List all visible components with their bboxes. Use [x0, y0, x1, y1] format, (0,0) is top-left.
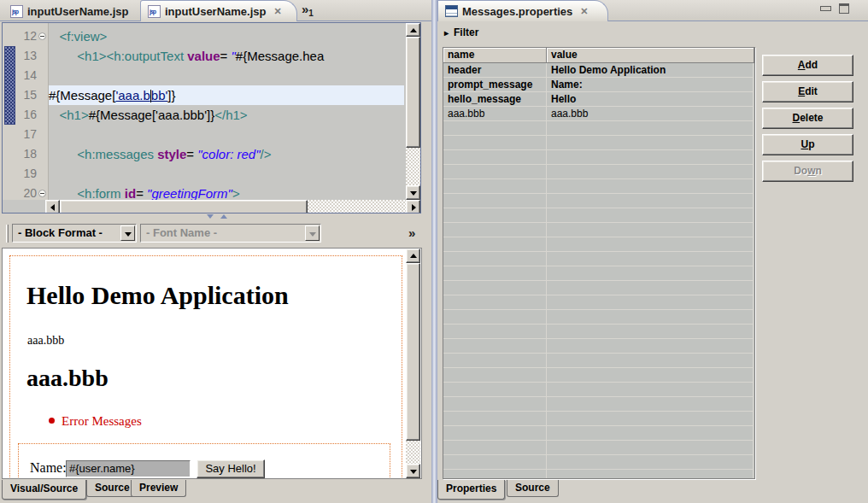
- source-line[interactable]: 18 <h:messages style= "color: red"/>: [3, 144, 404, 164]
- cell-name[interactable]: aaa.bbb: [443, 107, 547, 121]
- panel-splitter[interactable]: [431, 0, 437, 503]
- table-empty-row[interactable]: [443, 354, 754, 368]
- cell-value[interactable]: [547, 354, 754, 368]
- scrollbar-thumb[interactable]: [60, 200, 308, 213]
- editor-splitter[interactable]: [2, 213, 422, 220]
- cell-value[interactable]: [547, 223, 754, 237]
- table-empty-row[interactable]: [443, 165, 754, 179]
- properties-tab[interactable]: Messages.properties ✕: [437, 0, 608, 21]
- table-empty-row[interactable]: [443, 441, 754, 455]
- preview-title[interactable]: Hello Demo Application: [26, 281, 289, 310]
- tab-preview[interactable]: Preview: [131, 480, 186, 497]
- source-line[interactable]: 17: [3, 125, 404, 144]
- table-empty-row[interactable]: [443, 412, 754, 426]
- cell-name[interactable]: [443, 179, 547, 194]
- cell-name[interactable]: [443, 441, 547, 455]
- say-hello-button[interactable]: Say Hello!: [196, 459, 265, 478]
- cell-name[interactable]: [443, 252, 547, 266]
- table-empty-row[interactable]: [443, 325, 754, 339]
- editor-tab-active[interactable]: inputUserName.jsp ✕: [140, 0, 297, 21]
- cell-value[interactable]: [547, 266, 754, 281]
- cell-name[interactable]: [443, 310, 547, 325]
- filter-section[interactable]: ▸Filter: [444, 26, 478, 38]
- tab-props-source[interactable]: Source: [507, 480, 559, 497]
- fold-collapse-icon[interactable]: [38, 190, 46, 197]
- scroll-right-icon[interactable]: [406, 200, 420, 213]
- cell-value[interactable]: [547, 281, 754, 295]
- preview-vertical-scrollbar[interactable]: [406, 249, 420, 478]
- cell-name[interactable]: [443, 368, 547, 383]
- properties-table[interactable]: name value headerHello Demo Applicationp…: [443, 47, 755, 479]
- cell-value[interactable]: [547, 397, 754, 412]
- cell-value[interactable]: [547, 455, 754, 470]
- cell-name[interactable]: [443, 412, 547, 426]
- source-line[interactable]: 20 <h:form id= "greetingForm">: [3, 184, 404, 200]
- cell-name[interactable]: [443, 426, 547, 441]
- scrollbar-thumb[interactable]: [406, 37, 420, 148]
- block-format-dropdown[interactable]: - Block Format -: [12, 224, 137, 243]
- cell-value[interactable]: [547, 310, 754, 325]
- tab-overflow-indicator[interactable]: »1: [302, 2, 314, 18]
- source-line[interactable]: 19: [3, 164, 404, 184]
- cell-name[interactable]: [443, 121, 547, 136]
- name-input[interactable]: #{user.name}: [66, 460, 191, 477]
- cell-name[interactable]: [443, 354, 547, 368]
- cell-value[interactable]: [547, 121, 754, 136]
- cell-name[interactable]: [443, 237, 547, 252]
- cell-value[interactable]: [547, 470, 754, 479]
- cell-name[interactable]: [443, 339, 547, 354]
- preview-error-item[interactable]: Error Messages: [49, 414, 142, 429]
- close-icon[interactable]: ✕: [580, 6, 588, 17]
- table-empty-row[interactable]: [443, 339, 754, 354]
- table-row[interactable]: aaa.bbbaaa.bbb: [443, 107, 754, 121]
- toolbar-grip[interactable]: [6, 225, 9, 243]
- cell-name[interactable]: [443, 266, 547, 281]
- up-button[interactable]: Up: [762, 134, 853, 155]
- cell-value[interactable]: [547, 208, 754, 223]
- add-button[interactable]: Add: [762, 55, 853, 76]
- table-empty-row[interactable]: [443, 383, 754, 397]
- editor-tab-inactive[interactable]: inputUserName.jsp: [3, 2, 135, 21]
- table-empty-row[interactable]: [443, 223, 754, 237]
- cell-name[interactable]: [443, 295, 547, 310]
- table-empty-row[interactable]: [443, 194, 754, 208]
- table-empty-row[interactable]: [443, 426, 754, 441]
- cell-name[interactable]: [443, 208, 547, 223]
- cell-name[interactable]: [443, 281, 547, 295]
- table-empty-row[interactable]: [443, 310, 754, 325]
- cell-value[interactable]: [547, 237, 754, 252]
- source-line[interactable]: 13 <h1><h:outputText value= "#{Message.h…: [3, 46, 404, 66]
- cell-name[interactable]: header: [443, 63, 547, 78]
- cell-value[interactable]: [547, 383, 754, 397]
- source-line[interactable]: 12 <f:view>: [3, 26, 404, 46]
- table-empty-row[interactable]: [443, 470, 754, 479]
- cell-value[interactable]: [547, 194, 754, 208]
- column-header-name[interactable]: name: [443, 48, 547, 63]
- cell-name[interactable]: [443, 470, 547, 479]
- table-row[interactable]: headerHello Demo Application: [443, 63, 754, 78]
- source-horizontal-scrollbar[interactable]: [45, 200, 420, 213]
- table-empty-row[interactable]: [443, 368, 754, 383]
- scroll-left-icon[interactable]: [45, 200, 60, 213]
- cell-value[interactable]: [547, 339, 754, 354]
- table-body[interactable]: headerHello Demo Applicationprompt_messa…: [443, 63, 754, 478]
- minimize-icon[interactable]: [820, 6, 831, 11]
- table-empty-row[interactable]: [443, 281, 754, 295]
- collapse-down-icon[interactable]: [207, 214, 214, 219]
- cell-value[interactable]: [547, 426, 754, 441]
- cell-name[interactable]: [443, 383, 547, 397]
- table-row[interactable]: hello_messageHello: [443, 92, 754, 107]
- cell-name[interactable]: [443, 136, 547, 150]
- table-empty-row[interactable]: [443, 266, 754, 281]
- cell-value[interactable]: [547, 325, 754, 339]
- source-editor[interactable]: 1112 <f:view>13 <h1><h:outputText value=…: [2, 22, 421, 213]
- cell-name[interactable]: [443, 194, 547, 208]
- scroll-up-icon[interactable]: [406, 23, 420, 37]
- table-empty-row[interactable]: [443, 179, 754, 194]
- cell-value[interactable]: Hello: [547, 92, 754, 107]
- preview-heading[interactable]: aaa.bbb: [26, 365, 108, 392]
- tab-visual-source[interactable]: Visual/Source: [2, 480, 86, 500]
- edit-button[interactable]: Edit: [762, 81, 853, 102]
- scroll-down-icon[interactable]: [406, 464, 420, 478]
- cell-value[interactable]: [547, 295, 754, 310]
